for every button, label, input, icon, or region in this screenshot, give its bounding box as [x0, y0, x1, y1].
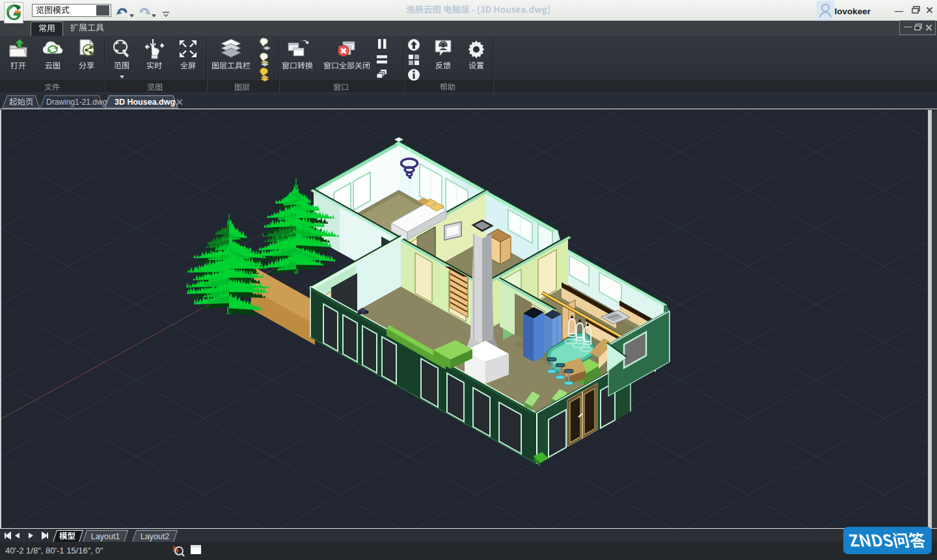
svg-text:3D Housea.dwg: 3D Housea.dwg [115, 98, 175, 107]
svg-text:Drawing1-21.dwg: Drawing1-21.dwg [46, 98, 107, 107]
